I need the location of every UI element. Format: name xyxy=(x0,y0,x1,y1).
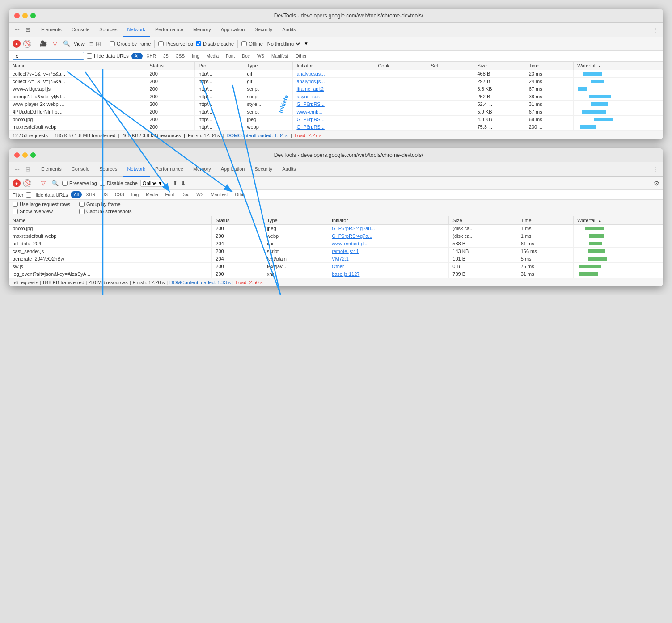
table-row[interactable]: www-player-2x-webp-... 200 http/... styl… xyxy=(9,101,663,108)
preserve-log-label-1[interactable]: Preserve log xyxy=(158,41,193,46)
pill-css-2[interactable]: CSS xyxy=(112,191,127,198)
device-icon[interactable]: ⊟ xyxy=(23,25,32,34)
col-type-2[interactable]: Type xyxy=(263,216,328,225)
tab-application-1[interactable]: Application xyxy=(216,23,249,37)
disable-cache-label-1[interactable]: Disable cache xyxy=(196,41,234,46)
table-row[interactable]: maxresdefault.webp 200 http/... webp G_P… xyxy=(9,123,663,131)
minimize-button-2[interactable] xyxy=(22,152,28,158)
col-waterfall-2[interactable]: Waterfall ▲ xyxy=(574,216,663,225)
cursor-icon-2[interactable]: ⊹ xyxy=(13,165,21,174)
offline-label-1[interactable]: Offline xyxy=(241,41,263,46)
col-time-2[interactable]: Time xyxy=(517,216,573,225)
online-select-2[interactable]: Online ▼ xyxy=(140,180,165,187)
cursor-icon[interactable]: ⊹ xyxy=(13,25,21,34)
pill-media-2[interactable]: Media xyxy=(143,191,161,198)
clear-button-2[interactable]: 🚫 xyxy=(23,179,31,187)
col-size-2[interactable]: Size xyxy=(449,216,517,225)
large-rows-label[interactable]: Use large request rows xyxy=(13,202,70,207)
group-by-frame-checkbox-2[interactable] xyxy=(79,202,85,207)
tab-console-1[interactable]: Console xyxy=(67,23,94,37)
col-initiator-1[interactable]: Initiator xyxy=(293,62,374,70)
col-status-2[interactable]: Status xyxy=(212,216,263,225)
hide-data-urls-checkbox-1[interactable] xyxy=(87,53,92,59)
col-proto-1[interactable]: Prot... xyxy=(195,62,243,70)
col-type-1[interactable]: Type xyxy=(243,62,293,70)
list-view-icon[interactable]: ≡ xyxy=(89,40,94,47)
offline-checkbox-1[interactable] xyxy=(241,41,247,46)
pill-other-1[interactable]: Other xyxy=(292,53,310,59)
pill-ws-1[interactable]: WS xyxy=(254,53,267,59)
hide-data-urls-label-1[interactable]: Hide data URLs xyxy=(87,53,129,59)
camera-icon-1[interactable]: 🎥 xyxy=(39,39,48,48)
maximize-button-2[interactable] xyxy=(30,152,36,158)
filter-icon-2[interactable]: ▽ xyxy=(39,179,48,188)
disable-cache-checkbox-2[interactable] xyxy=(100,181,105,186)
disable-cache-label-2[interactable]: Disable cache xyxy=(100,181,138,186)
tab-application-2[interactable]: Application xyxy=(216,162,249,177)
pill-doc-2[interactable]: Doc xyxy=(178,191,193,198)
tab-console-2[interactable]: Console xyxy=(67,162,94,177)
record-button-1[interactable]: ● xyxy=(13,40,21,48)
pill-manifest-2[interactable]: Manifest xyxy=(207,191,231,198)
upload-icon[interactable]: ⬆ xyxy=(173,180,178,187)
more-options-icon-1[interactable]: ⋮ xyxy=(651,25,659,34)
filter-input-1[interactable] xyxy=(13,52,84,60)
pill-all-2[interactable]: All xyxy=(71,191,82,198)
tab-audits-2[interactable]: Audits xyxy=(278,162,300,177)
tab-network-2[interactable]: Network xyxy=(123,162,150,177)
tab-sources-1[interactable]: Sources xyxy=(95,23,122,37)
clear-button-1[interactable]: 🚫 xyxy=(23,40,31,48)
group-by-frame-checkbox-1[interactable] xyxy=(110,41,115,46)
capture-screenshots-checkbox[interactable] xyxy=(79,209,85,214)
group-by-frame-label-1[interactable]: Group by frame xyxy=(110,41,151,46)
throttle-arrow-icon[interactable]: ▼ xyxy=(304,41,309,46)
show-overview-checkbox[interactable] xyxy=(13,209,18,214)
pill-media-1[interactable]: Media xyxy=(203,53,222,59)
preserve-log-checkbox-1[interactable] xyxy=(158,41,164,46)
more-options-icon-2[interactable]: ⋮ xyxy=(651,165,659,174)
table-row[interactable]: collect?v=1&_v=j75&a... 200 http/... gif… xyxy=(9,78,663,85)
col-name-2[interactable]: Name xyxy=(9,216,212,225)
pill-all-1[interactable]: All xyxy=(131,53,143,59)
pill-font-2[interactable]: Font xyxy=(162,191,178,198)
table-row[interactable]: generate_204?cQ2nBw 204 text/plain VM72:… xyxy=(9,255,663,263)
tab-performance-2[interactable]: Performance xyxy=(151,162,188,177)
tab-elements-1[interactable]: Elements xyxy=(37,23,66,37)
tab-memory-1[interactable]: Memory xyxy=(189,23,216,37)
large-rows-checkbox[interactable] xyxy=(13,202,18,207)
col-name-1[interactable]: Name xyxy=(9,62,146,70)
tab-performance-1[interactable]: Performance xyxy=(151,23,188,37)
pill-css-1[interactable]: CSS xyxy=(173,53,188,59)
close-button-2[interactable] xyxy=(14,152,20,158)
close-button-1[interactable] xyxy=(14,13,20,18)
capture-screenshots-label[interactable]: Capture screenshots xyxy=(79,209,132,214)
hide-data-urls-checkbox-2[interactable] xyxy=(26,192,31,198)
pill-img-1[interactable]: Img xyxy=(189,53,203,59)
tab-security-2[interactable]: Security xyxy=(250,162,277,177)
pill-xhr-1[interactable]: XHR xyxy=(144,53,159,59)
table-row[interactable]: log_event?alt=json&key=AIzaSyA... 200 xh… xyxy=(9,270,663,278)
table-row[interactable]: photo.jpg 200 http/... jpeg G_P6rpRS... … xyxy=(9,116,663,123)
preserve-log-checkbox-2[interactable] xyxy=(62,181,68,186)
search-icon-1[interactable]: 🔍 xyxy=(62,39,71,48)
table-row[interactable]: photo.jpg 200 jpeg G_P6rpRSr4g?au... (di… xyxy=(9,225,663,232)
throttle-select-1[interactable]: No throttling Online Fast 3G Slow 3G Off… xyxy=(266,41,301,47)
table-row[interactable]: cast_sender.js 200 script remote.js:41 1… xyxy=(9,248,663,255)
pill-font-1[interactable]: Font xyxy=(223,53,238,59)
tab-audits-1[interactable]: Audits xyxy=(278,23,300,37)
device-icon-2[interactable]: ⊟ xyxy=(23,165,32,174)
tab-network-1[interactable]: Network xyxy=(123,23,150,37)
pill-img-2[interactable]: Img xyxy=(128,191,142,198)
hide-data-urls-label-2[interactable]: Hide data URLs xyxy=(26,192,68,198)
col-cookies-1[interactable]: Cook... xyxy=(374,62,427,70)
maximize-button-1[interactable] xyxy=(30,13,36,18)
table-row[interactable]: 4PUpJpDdHqrNlnFpJ... 200 http/... script… xyxy=(9,108,663,116)
table-row[interactable]: collect?v=1&_v=j75&a... 200 http/... gif… xyxy=(9,70,663,78)
col-initiator-2[interactable]: Initiator xyxy=(328,216,449,225)
col-time-1[interactable]: Time xyxy=(525,62,573,70)
minimize-button-1[interactable] xyxy=(22,13,28,18)
gear-icon[interactable]: ⚙ xyxy=(654,180,659,187)
disable-cache-checkbox-1[interactable] xyxy=(196,41,201,46)
record-button-2[interactable]: ● xyxy=(13,179,21,187)
pill-manifest-1[interactable]: Manifest xyxy=(268,53,292,59)
